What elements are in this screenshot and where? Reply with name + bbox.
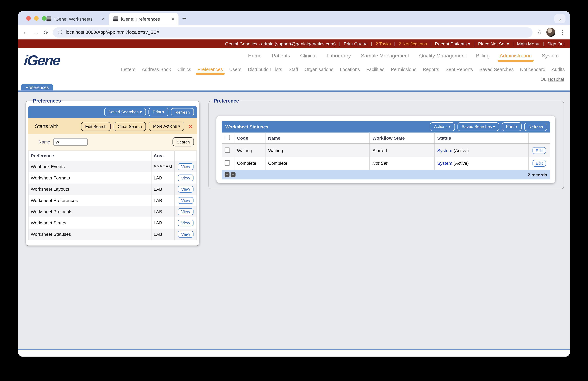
view-button[interactable]: View — [178, 186, 193, 193]
card-header: Worksheet Statuses Actions ▾ Saved Searc… — [222, 121, 550, 133]
window-controls — [26, 16, 46, 21]
igene-logo: iGene — [23, 53, 60, 69]
view-button[interactable]: View — [178, 175, 193, 181]
notifications-link[interactable]: 2 Notifications — [399, 41, 427, 46]
view-button[interactable]: View — [178, 163, 193, 170]
subnav-preferences[interactable]: Preferences — [197, 67, 223, 72]
close-tab-icon[interactable]: ✕ — [171, 17, 175, 22]
add-row-icon[interactable]: + — [225, 172, 230, 177]
subnav-noticeboard[interactable]: Noticeboard — [520, 67, 545, 72]
table-row: Webhook Events SYSTEM View — [28, 161, 197, 172]
actions-dropdown[interactable]: Actions ▾ — [430, 122, 455, 131]
more-actions-dropdown[interactable]: More Actions ▾ — [149, 122, 184, 131]
subnav-locations[interactable]: Locations — [340, 67, 360, 72]
clear-search-button[interactable]: Clear Search — [114, 122, 146, 131]
nav-sample-management[interactable]: Sample Management — [361, 53, 409, 59]
bookmark-star-icon[interactable]: ☆ — [537, 29, 542, 36]
reload-icon[interactable]: ⟳ — [43, 29, 48, 36]
refresh-button[interactable]: Refresh — [525, 123, 547, 131]
tab-strip: iGene: Worksheets ✕ iGene: Preferences ✕… — [18, 11, 570, 25]
nav-home[interactable]: Home — [248, 53, 262, 59]
row-checkbox[interactable] — [225, 160, 230, 165]
subnav-saved-searches[interactable]: Saved Searches — [479, 67, 514, 72]
subnav-clinics[interactable]: Clinics — [177, 67, 191, 72]
browser-tab-worksheets[interactable]: iGene: Worksheets ✕ — [42, 13, 109, 25]
print-queue-link[interactable]: Print Queue — [344, 41, 368, 46]
nav-laboratory[interactable]: Laboratory — [327, 53, 351, 59]
ou-indicator: Ou:Hospital — [541, 77, 564, 82]
view-button[interactable]: View — [178, 220, 193, 226]
row-checkbox[interactable] — [225, 147, 230, 153]
system-link[interactable]: System — [437, 161, 452, 166]
tab-search-chevron-icon[interactable]: ⌄ — [554, 14, 566, 23]
saved-searches-dropdown[interactable]: Saved Searches ▾ — [104, 108, 146, 116]
nav-billing[interactable]: Billing — [476, 53, 490, 59]
subnav-staff[interactable]: Staff — [289, 67, 298, 72]
close-tab-icon[interactable]: ✕ — [102, 17, 105, 22]
nav-system[interactable]: System — [542, 53, 559, 59]
close-search-icon[interactable]: ✕ — [188, 123, 193, 130]
minimize-window-button[interactable] — [34, 16, 39, 21]
print-dropdown[interactable]: Print ▾ — [502, 122, 522, 131]
subnav-audits[interactable]: Audits — [552, 67, 565, 72]
subnav-sent-reports[interactable]: Sent Reports — [445, 67, 473, 72]
worksheet-statuses-table: Code Name Workflow State Status Waiting — [222, 133, 550, 170]
col-preference: Preference — [28, 151, 151, 161]
system-link[interactable]: System — [437, 148, 452, 153]
browser-menu-icon[interactable]: ⋮ — [560, 29, 566, 36]
nav-quality-management[interactable]: Quality Management — [419, 53, 466, 59]
subnav-permissions[interactable]: Permissions — [391, 67, 416, 72]
print-dropdown[interactable]: Print ▾ — [148, 108, 168, 116]
avatar[interactable] — [546, 28, 555, 37]
site-info-icon[interactable]: ⓘ — [58, 29, 62, 36]
ou-label: Ou: — [541, 77, 548, 82]
filter-title: Starts with — [35, 123, 78, 129]
subnav-address-book[interactable]: Address Book — [142, 67, 171, 72]
nav-administration[interactable]: Administration — [500, 53, 532, 59]
view-button[interactable]: View — [178, 197, 193, 204]
preference-cell: Worksheet Statuses — [28, 228, 151, 240]
sign-out-link[interactable]: Sign Out — [547, 41, 565, 46]
subnav-reports[interactable]: Reports — [423, 67, 439, 72]
close-window-button[interactable] — [26, 16, 31, 21]
edit-button[interactable]: Edit — [532, 147, 546, 154]
address-bar[interactable]: ⓘ localhost:8080/App/App.html?locale=sv_… — [53, 27, 532, 37]
code-cell: Waiting — [234, 144, 265, 157]
browser-toolbar: ← → ⟳ ⓘ localhost:8080/App/App.html?loca… — [18, 25, 570, 39]
search-button[interactable]: Search — [172, 137, 194, 146]
place-dropdown[interactable]: Place Not Set ▾ — [478, 41, 509, 46]
forward-icon[interactable]: → — [33, 29, 39, 36]
subnav-distribution-lists[interactable]: Distribution Lists — [248, 67, 282, 72]
select-all-checkbox[interactable] — [225, 135, 230, 140]
subnav-users[interactable]: Users — [229, 67, 241, 72]
zoom-window-button[interactable] — [42, 16, 46, 21]
main-menu-link[interactable]: Main Menu — [517, 41, 539, 46]
tasks-link[interactable]: 2 Tasks — [376, 41, 391, 46]
nav-patients[interactable]: Patients — [272, 53, 290, 59]
refresh-button[interactable]: Refresh — [171, 108, 194, 116]
recent-patients-dropdown[interactable]: Recent Patients ▾ — [435, 41, 470, 46]
preferences-toolbar: Saved Searches ▾ Print ▾ Refresh — [28, 106, 197, 118]
view-button[interactable]: View — [178, 208, 193, 215]
subnav-letters[interactable]: Letters — [121, 67, 135, 72]
col-status: Status — [434, 133, 528, 144]
browser-tab-preferences[interactable]: iGene: Preferences ✕ — [109, 13, 179, 25]
edit-search-button[interactable]: Edit Search — [81, 122, 111, 131]
name-input[interactable] — [53, 138, 88, 146]
remove-row-icon[interactable]: − — [231, 172, 235, 177]
subnav-organisations[interactable]: Organisations — [305, 67, 334, 72]
table-row: Worksheet Protocols LAB View — [28, 206, 197, 217]
name-label: Name — [39, 140, 50, 144]
separator: | — [339, 41, 340, 46]
view-button[interactable]: View — [178, 231, 193, 238]
ou-hospital-link[interactable]: Hospital — [548, 77, 564, 82]
subnav-facilities[interactable]: Facilities — [366, 67, 384, 72]
new-tab-button[interactable]: + — [182, 15, 186, 22]
back-icon[interactable]: ← — [22, 29, 29, 36]
nav-clinical[interactable]: Clinical — [300, 53, 316, 59]
preferences-panel: Preferences Saved Searches ▾ Print ▾ Ref… — [25, 98, 200, 246]
name-cell: Complete — [265, 157, 369, 170]
edit-button[interactable]: Edit — [532, 160, 546, 167]
saved-searches-dropdown[interactable]: Saved Searches ▾ — [458, 122, 499, 131]
tab-preferences-page[interactable]: Preferences — [21, 84, 53, 90]
